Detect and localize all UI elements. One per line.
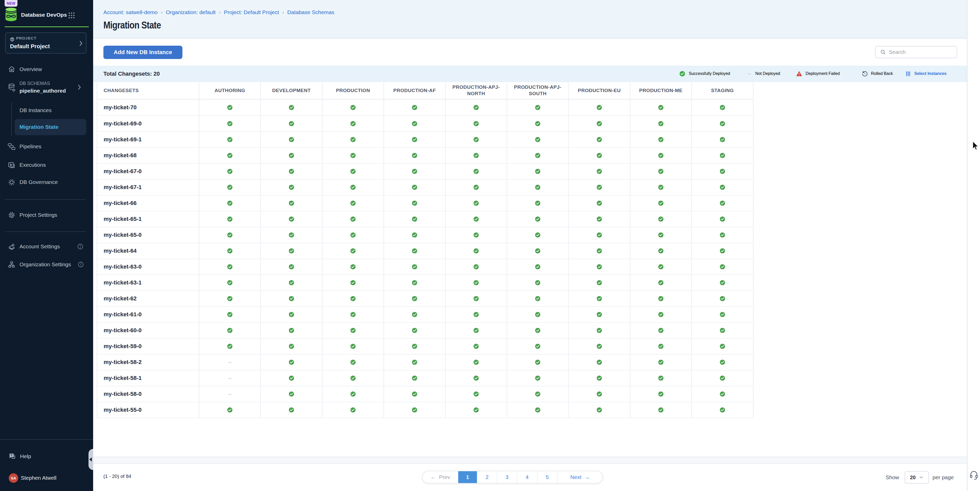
svg-text:?: ? xyxy=(11,454,12,457)
